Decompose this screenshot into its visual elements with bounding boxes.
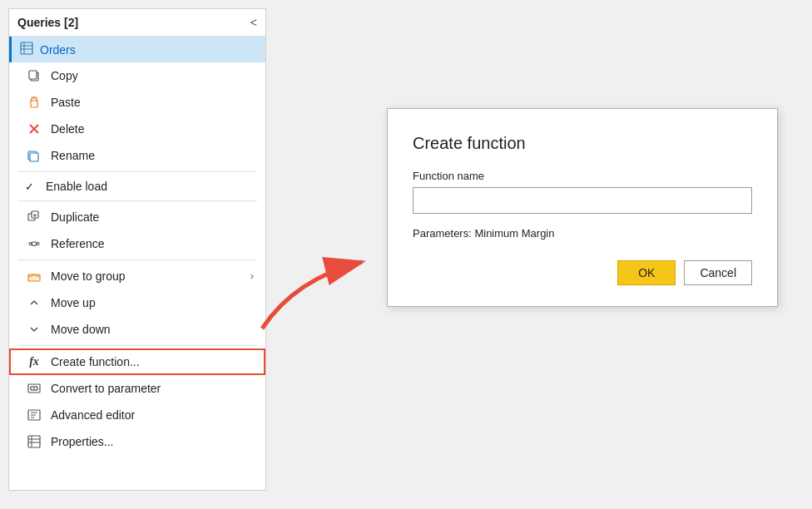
arrow-indicator <box>245 245 395 345</box>
move-to-group-icon <box>26 268 42 284</box>
dialog-title: Create function <box>413 134 752 153</box>
convert-icon <box>26 380 42 397</box>
table-icon <box>20 42 33 57</box>
menu-item-move-up[interactable]: Move up <box>9 289 265 316</box>
menu-item-enable-load[interactable]: ✓ Enable load <box>9 175 265 198</box>
move-up-icon <box>26 294 42 311</box>
queries-panel: Queries [2] < Orders Copy <box>8 8 266 491</box>
function-name-input[interactable] <box>413 187 752 214</box>
menu-item-advanced-editor[interactable]: Advanced editor <box>9 402 265 428</box>
svg-rect-8 <box>32 96 36 99</box>
menu-item-move-to-group[interactable]: Move to group › <box>9 263 265 289</box>
separator-1 <box>17 171 257 172</box>
query-orders-item[interactable]: Orders <box>9 37 265 62</box>
enable-load-label: Enable load <box>46 180 254 193</box>
properties-label: Properties... <box>51 435 254 448</box>
rename-icon <box>26 147 42 164</box>
menu-item-delete[interactable]: Delete <box>9 116 265 142</box>
separator-4 <box>17 345 257 346</box>
menu-item-create-function[interactable]: fx Create function... <box>9 348 265 375</box>
cancel-button[interactable]: Cancel <box>684 260 752 285</box>
function-name-label: Function name <box>413 170 752 182</box>
delete-icon <box>26 121 42 137</box>
move-down-label: Move down <box>51 323 254 336</box>
svg-rect-19 <box>28 274 40 281</box>
advanced-editor-label: Advanced editor <box>51 408 254 422</box>
svg-point-18 <box>37 243 39 245</box>
delete-label: Delete <box>51 122 254 136</box>
svg-rect-5 <box>29 71 37 79</box>
menu-item-paste[interactable]: Paste <box>9 89 265 116</box>
svg-point-17 <box>29 243 32 245</box>
parameters-label: Parameters: Minimum Margin <box>413 227 752 240</box>
menu-item-move-down[interactable]: Move down <box>9 316 265 343</box>
separator-2 <box>17 200 257 201</box>
menu-item-properties[interactable]: Properties... <box>9 428 265 455</box>
paste-icon <box>26 94 42 111</box>
menu-item-reference[interactable]: Reference <box>9 230 265 257</box>
context-menu: Copy Paste Delete <box>9 62 265 455</box>
create-function-dialog: Create function Function name Parameters… <box>387 108 778 307</box>
copy-label: Copy <box>51 69 254 82</box>
move-to-group-label: Move to group <box>51 269 250 283</box>
properties-icon <box>26 433 42 450</box>
menu-item-copy[interactable]: Copy <box>9 62 265 89</box>
ok-button[interactable]: OK <box>617 260 676 285</box>
menu-item-rename[interactable]: Rename <box>9 142 265 169</box>
duplicate-label: Duplicate <box>51 210 254 224</box>
advanced-editor-icon <box>26 407 42 423</box>
collapse-button[interactable]: < <box>250 16 257 29</box>
submenu-chevron: › <box>250 270 254 282</box>
copy-icon <box>26 67 42 84</box>
panel-title: Queries [2] <box>17 16 78 29</box>
menu-item-duplicate[interactable]: Duplicate <box>9 204 265 230</box>
dialog-buttons: OK Cancel <box>413 260 752 285</box>
move-down-icon <box>26 321 42 338</box>
query-orders-label: Orders <box>40 43 76 57</box>
paste-label: Paste <box>51 96 254 109</box>
reference-label: Reference <box>51 237 254 250</box>
create-function-label: Create function... <box>51 355 254 368</box>
duplicate-icon <box>26 209 42 225</box>
svg-rect-12 <box>30 153 38 161</box>
fx-icon: fx <box>26 353 42 370</box>
separator-3 <box>17 259 257 260</box>
svg-rect-0 <box>21 42 32 54</box>
checkmark-icon: ✓ <box>21 180 37 193</box>
rename-label: Rename <box>51 149 254 162</box>
convert-to-param-label: Convert to parameter <box>51 382 254 395</box>
panel-header: Queries [2] < <box>9 9 265 37</box>
reference-icon <box>26 235 42 252</box>
move-up-label: Move up <box>51 296 254 309</box>
svg-rect-30 <box>28 436 40 447</box>
menu-item-convert-to-param[interactable]: Convert to parameter <box>9 375 265 402</box>
